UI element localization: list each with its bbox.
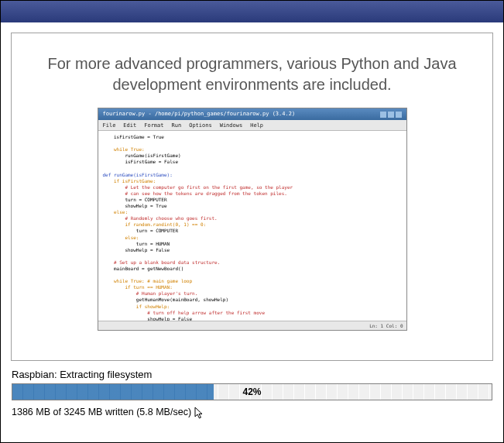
ide-menu-item: Options — [189, 122, 212, 129]
ide-titlebar: fourinarow.py - /home/pi/python_games/fo… — [98, 108, 406, 120]
ide-code-area: isFirstGame = True while True: runGame(i… — [98, 131, 406, 331]
ide-screenshot: fourinarow.py - /home/pi/python_games/fo… — [98, 108, 407, 331]
install-progress-label: 42% — [12, 384, 492, 400]
install-progress-bar: 42% — [12, 383, 492, 400]
ide-menu-item: Help — [250, 122, 263, 129]
ide-title-text: fourinarow.py - /home/pi/python_games/fo… — [103, 108, 296, 120]
ide-menu-item: Run — [172, 122, 182, 129]
ide-menu-item: Edit — [123, 122, 136, 129]
window-titlebar — [1, 1, 503, 22]
install-written-text: 1386 MB of 3245 MB written (5.8 MB/sec) — [12, 407, 191, 417]
info-heading: For more advanced programmers, various P… — [30, 53, 474, 95]
ide-statusbar: Ln: 1 Col: 0 — [98, 321, 406, 330]
cursor-icon — [194, 407, 205, 421]
ide-menu-item: File — [103, 122, 116, 129]
ide-menu-item: Windows — [220, 122, 243, 129]
installer-info-panel: For more advanced programmers, various P… — [11, 33, 493, 361]
ide-menubar: FileEditFormatRunOptionsWindowsHelp — [98, 120, 406, 131]
install-status-text: Raspbian: Extracting filesystem — [12, 369, 492, 380]
install-status-area: Raspbian: Extracting filesystem 42% 1386… — [1, 361, 503, 419]
install-written-line: 1386 MB of 3245 MB written (5.8 MB/sec) — [12, 405, 492, 419]
ide-menu-item: Format — [144, 122, 163, 129]
ide-window-controls — [380, 112, 402, 118]
